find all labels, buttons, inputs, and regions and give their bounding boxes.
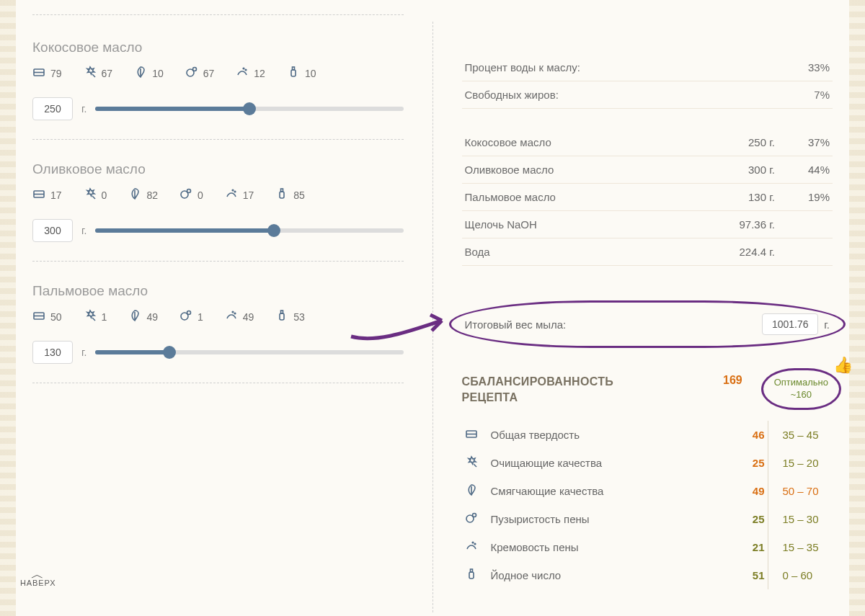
stat-value: 10 [305, 68, 316, 79]
ingredient-name: Щелочь NaOH [465, 218, 537, 231]
balance-metric-value: 51 [717, 561, 768, 589]
stat-conditioning: 49 [128, 309, 158, 325]
balance-metric-name: Очищающие качества [488, 449, 718, 477]
iodine-icon [275, 309, 288, 325]
cleansing-icon [84, 309, 97, 325]
balance-header: СБАЛАНСИРОВАННОСТЬ РЕЦЕПТА 169 Оптимальн… [462, 374, 833, 406]
ingredient-grams: 300 г. [740, 164, 775, 176]
oil-block: Оливковое масло 17 0 82 0 17 85 г. [32, 147, 404, 261]
ingredient-pct [795, 246, 830, 258]
total-unit: г. [824, 318, 830, 331]
oil-grams-input[interactable] [32, 219, 73, 242]
slider-thumb[interactable] [243, 102, 256, 115]
ingredient-row: Оливковое масло 300 г. 44% [462, 156, 833, 184]
param-label: Свободных жиров: [465, 89, 559, 101]
stat-creamy: 17 [225, 187, 254, 203]
summary-column: Процент воды к маслу: 33% Свободных жиро… [433, 7, 833, 612]
stat-value: 0 [102, 189, 107, 201]
ingredient-name: Вода [465, 246, 490, 258]
stat-cleansing: 0 [84, 187, 107, 203]
ingredient-pct: 44% [795, 164, 830, 176]
oil-block: Кокосовое масло 79 67 10 67 12 10 г. [32, 25, 404, 139]
balance-metric-name: Йодное число [488, 561, 718, 589]
ingredient-grams: 130 г. [740, 191, 775, 203]
oil-stats-row: 79 67 10 67 12 10 [32, 66, 404, 81]
oil-grams-input[interactable] [32, 97, 73, 120]
conditioning-icon [134, 66, 147, 81]
oil-grams-unit: г. [81, 347, 86, 358]
oil-weight-slider[interactable] [95, 228, 403, 233]
balance-row: Йодное число 51 0 – 60 [462, 561, 833, 589]
ingredient-name: Пальмовое масло [465, 191, 556, 203]
balance-metric-range: 0 – 60 [768, 561, 833, 589]
stat-iodine: 85 [275, 187, 305, 203]
balance-row: Смягчающие качества 49 50 – 70 [462, 477, 833, 505]
oils-column: Кокосовое масло 79 67 10 67 12 10 г. [32, 7, 432, 612]
slider-thumb[interactable] [163, 346, 176, 359]
ingredient-grams: 250 г. [740, 136, 775, 148]
balance-row: Очищающие качества 25 15 – 20 [462, 449, 833, 477]
balance-metric-range: 35 – 45 [768, 421, 833, 449]
ingredient-row: Вода 224.4 г. [462, 238, 833, 266]
stat-value: 79 [50, 68, 62, 79]
cleansing-icon [462, 449, 488, 477]
balance-metric-name: Пузыристость пены [488, 505, 718, 533]
cleansing-icon [84, 187, 97, 203]
stat-value: 1 [198, 311, 203, 323]
ingredient-grams: 224.4 г. [739, 246, 775, 258]
stat-value: 0 [198, 189, 203, 201]
cleansing-icon [84, 66, 97, 81]
iodine-icon [462, 561, 488, 589]
stat-value: 1 [102, 311, 107, 323]
oil-title: Оливковое масло [32, 161, 404, 177]
conditioning-icon [462, 477, 488, 505]
bubbly-icon [179, 309, 192, 325]
balance-title-2: РЕЦЕПТА [462, 390, 614, 406]
balance-row: Кремовость пены 21 15 – 35 [462, 533, 833, 561]
stat-value: 49 [146, 311, 158, 323]
stat-value: 85 [293, 189, 305, 201]
conditioning-icon [128, 187, 141, 203]
hardness-icon [462, 421, 488, 449]
oil-grams-input[interactable] [32, 341, 73, 364]
stat-hardness: 50 [32, 309, 62, 325]
iodine-icon [287, 66, 300, 81]
stat-value: 17 [50, 189, 62, 201]
balance-row: Пузыристость пены 25 15 – 30 [462, 505, 833, 533]
bubbly-icon [179, 187, 192, 203]
stat-value: 53 [293, 311, 305, 323]
back-to-top-button[interactable]: ︿ НАВЕРХ [20, 571, 56, 587]
param-value: 7% [814, 89, 830, 101]
hardness-icon [32, 66, 45, 81]
bubbly-icon [462, 505, 488, 533]
stat-value: 82 [146, 189, 158, 201]
stat-value: 50 [50, 311, 62, 323]
creamy-icon [225, 187, 238, 203]
balance-metric-range: 15 – 30 [768, 505, 833, 533]
oil-weight-slider[interactable] [95, 350, 403, 354]
total-weight-input[interactable] [762, 313, 818, 335]
param-label: Процент воды к маслу: [465, 61, 580, 73]
balance-row: Общая твердость 46 35 – 45 [462, 421, 833, 449]
balance-metric-value: 49 [717, 477, 768, 505]
stat-hardness: 79 [32, 66, 62, 81]
balance-metric-name: Общая твердость [488, 421, 718, 449]
chevron-up-icon: ︿ [20, 571, 56, 579]
oil-weight-slider[interactable] [95, 107, 403, 111]
balance-score: 169 [723, 374, 770, 387]
total-weight-row: Итоговый вес мыла: г. [462, 306, 833, 342]
stat-iodine: 10 [287, 66, 316, 81]
slider-thumb[interactable] [267, 224, 280, 237]
balance-metric-value: 46 [717, 421, 768, 449]
creamy-icon [462, 533, 488, 561]
balance-metric-value: 25 [717, 449, 768, 477]
balance-table: Общая твердость 46 35 – 45 Очищающие кач… [462, 421, 833, 589]
balance-metric-value: 21 [717, 533, 768, 561]
stat-value: 67 [203, 68, 215, 79]
ingredient-name: Оливковое масло [465, 164, 554, 176]
ingredient-row: Кокосовое масло 250 г. 37% [462, 129, 833, 156]
creamy-icon [236, 66, 249, 81]
balance-title-1: СБАЛАНСИРОВАННОСТЬ [462, 374, 614, 390]
ingredient-name: Кокосовое масло [465, 136, 551, 148]
ingredient-pct: 37% [795, 136, 830, 148]
